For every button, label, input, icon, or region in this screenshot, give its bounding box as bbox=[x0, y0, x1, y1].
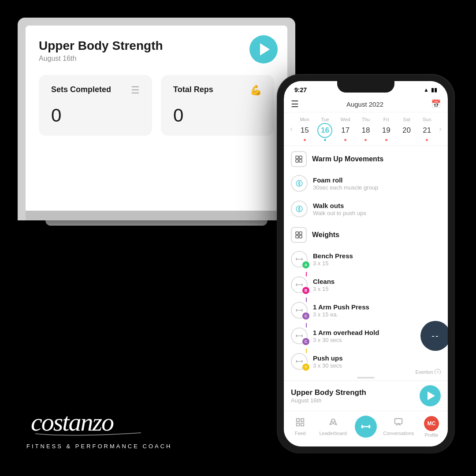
exercise-pushups[interactable]: Y Push ups 3 x 30 secs Exertion ? bbox=[284, 349, 448, 374]
reps-value: 0 bbox=[173, 105, 262, 126]
tab-bar: Feed Leaderboard Conv bbox=[284, 411, 448, 446]
cal-day-wed[interactable]: Wed 17 bbox=[335, 115, 356, 143]
status-time: 9:27 bbox=[294, 86, 307, 93]
svg-rect-1 bbox=[299, 156, 302, 159]
reps-label: Total Reps bbox=[173, 85, 213, 95]
svg-rect-37 bbox=[368, 425, 370, 428]
1arm-hold-icon-wrap: C bbox=[291, 327, 308, 344]
1arm-push-name: 1 Arm Push Press bbox=[313, 303, 441, 311]
calendar-days: ‹ Mon 15 Tue 16 Wed 17 bbox=[284, 112, 448, 146]
exercise-1arm-hold[interactable]: C 1 Arm overhead Hold 3 x 30 secs -- bbox=[284, 323, 448, 349]
menu-icon[interactable]: ☰ bbox=[291, 99, 299, 109]
brand-tagline: Fitness & Performance Coach bbox=[26, 443, 172, 450]
svg-rect-33 bbox=[301, 423, 304, 426]
battery-icon: ▮▮ bbox=[431, 87, 437, 93]
section-weights: Weights bbox=[284, 222, 448, 246]
cal-day-fri[interactable]: Fri 19 bbox=[376, 115, 396, 143]
cal-day-tue[interactable]: Tue 16 bbox=[315, 115, 335, 143]
dot-fri bbox=[385, 139, 387, 141]
status-icons: ▲ ▮▮ bbox=[424, 87, 437, 93]
dot-sun bbox=[426, 139, 428, 141]
cleans-connector bbox=[306, 272, 307, 276]
feed-icon bbox=[295, 417, 305, 429]
feed-label: Feed bbox=[295, 431, 306, 436]
sets-icon: ☰ bbox=[131, 85, 140, 96]
1arm-push-detail: 3 x 15 ea. bbox=[313, 311, 441, 318]
1arm-push-icon-wrap: C bbox=[291, 302, 308, 319]
workout-icon bbox=[355, 416, 377, 438]
profile-avatar: MC bbox=[424, 416, 439, 431]
1arm-push-badge: C bbox=[302, 312, 309, 320]
svg-rect-38 bbox=[361, 425, 363, 428]
svg-rect-24 bbox=[301, 335, 302, 337]
prev-arrow[interactable]: ‹ bbox=[288, 124, 294, 134]
workout-list: Warm Up Movements Foam roll 30sec each m… bbox=[284, 146, 448, 374]
tab-feed[interactable]: Feed bbox=[284, 417, 316, 436]
svg-rect-31 bbox=[301, 419, 304, 421]
svg-rect-2 bbox=[296, 160, 298, 162]
bench-press-info: Bench Press 3 x 15 bbox=[313, 252, 441, 267]
walk-outs-icon-wrap bbox=[291, 201, 308, 217]
notch bbox=[337, 81, 394, 93]
svg-text:costanzo: costanzo bbox=[31, 408, 114, 436]
conversations-label: Conversations bbox=[383, 431, 414, 436]
svg-rect-32 bbox=[297, 423, 299, 426]
bench-badge: A bbox=[302, 261, 309, 268]
pushups-name: Push ups bbox=[313, 354, 441, 362]
foam-roll-detail: 30sec each muscle group bbox=[313, 184, 441, 191]
walk-outs-info: Walk outs Walk out to push ups bbox=[313, 202, 441, 216]
cal-day-thu[interactable]: Thu 18 bbox=[356, 115, 376, 143]
next-arrow[interactable]: › bbox=[437, 124, 443, 134]
svg-rect-0 bbox=[296, 156, 298, 159]
bench-press-name: Bench Press bbox=[313, 252, 441, 260]
bottom-workout-info: Upper Body Strength August 16th bbox=[291, 388, 366, 404]
dot-mon bbox=[304, 139, 306, 141]
tab-conversations[interactable]: Conversations bbox=[382, 417, 415, 436]
svg-rect-25 bbox=[296, 335, 297, 337]
weights-title: Weights bbox=[312, 231, 339, 239]
section-warmup: Warm Up Movements bbox=[284, 146, 448, 171]
exercise-1arm-push[interactable]: C 1 Arm Push Press 3 x 15 ea. bbox=[284, 298, 448, 323]
svg-rect-21 bbox=[296, 309, 297, 311]
bottom-workout-sub: August 16th bbox=[291, 397, 366, 404]
svg-rect-17 bbox=[296, 283, 297, 286]
calendar-icon[interactable]: 📅 bbox=[431, 99, 441, 109]
cleans-info: Cleans 3 x 15 bbox=[313, 278, 441, 292]
svg-rect-28 bbox=[301, 360, 302, 362]
brand-name: costanzo bbox=[26, 402, 172, 441]
laptop: Upper Body Strength August 16th Sets Com… bbox=[18, 18, 295, 226]
1arm-push-connector bbox=[306, 298, 307, 302]
svg-rect-3 bbox=[299, 160, 302, 162]
sets-completed-card: Sets Completed ☰ 0 bbox=[39, 75, 152, 136]
total-reps-card: Total Reps 💪 0 bbox=[161, 75, 274, 136]
tab-profile[interactable]: MC Profile bbox=[415, 416, 448, 438]
cleans-icon-wrap: B bbox=[291, 276, 308, 293]
tab-leaderboard[interactable]: Leaderboard bbox=[316, 417, 349, 436]
cleans-badge: B bbox=[302, 287, 309, 294]
exercise-cleans[interactable]: B Cleans 3 x 15 bbox=[284, 272, 448, 298]
cleans-detail: 3 x 15 bbox=[313, 286, 441, 292]
cal-day-sat[interactable]: Sat 20 bbox=[396, 115, 416, 143]
dot-thu bbox=[364, 139, 367, 141]
leaderboard-label: Leaderboard bbox=[319, 431, 346, 436]
bottom-play-button[interactable] bbox=[420, 385, 441, 406]
warmup-title: Warm Up Movements bbox=[312, 155, 383, 163]
1arm-push-info: 1 Arm Push Press 3 x 15 ea. bbox=[313, 303, 441, 318]
cal-day-mon[interactable]: Mon 15 bbox=[294, 115, 315, 143]
phone: 9:27 ▲ ▮▮ ☰ August 2022 📅 ‹ Mon 15 bbox=[278, 75, 454, 453]
svg-rect-29 bbox=[296, 360, 297, 362]
exertion-widget[interactable]: -- bbox=[420, 321, 448, 351]
bottom-workout-bar: Upper Body Strength August 16th bbox=[284, 380, 448, 411]
svg-rect-20 bbox=[301, 309, 302, 311]
warmup-icon bbox=[291, 151, 307, 167]
foam-roll-icon bbox=[291, 175, 308, 192]
exercise-walk-outs[interactable]: Walk outs Walk out to push ups bbox=[284, 196, 448, 222]
exercise-foam-roll[interactable]: Foam roll 30sec each muscle group bbox=[284, 171, 448, 196]
tab-workout[interactable] bbox=[350, 416, 382, 438]
sets-value: 0 bbox=[51, 105, 140, 126]
laptop-play-button[interactable] bbox=[249, 35, 278, 63]
dot-sat bbox=[405, 139, 408, 141]
exercise-bench-press[interactable]: A Bench Press 3 x 15 bbox=[284, 246, 448, 272]
walk-outs-detail: Walk out to push ups bbox=[313, 210, 441, 216]
cal-day-sun[interactable]: Sun 21 bbox=[417, 115, 437, 143]
